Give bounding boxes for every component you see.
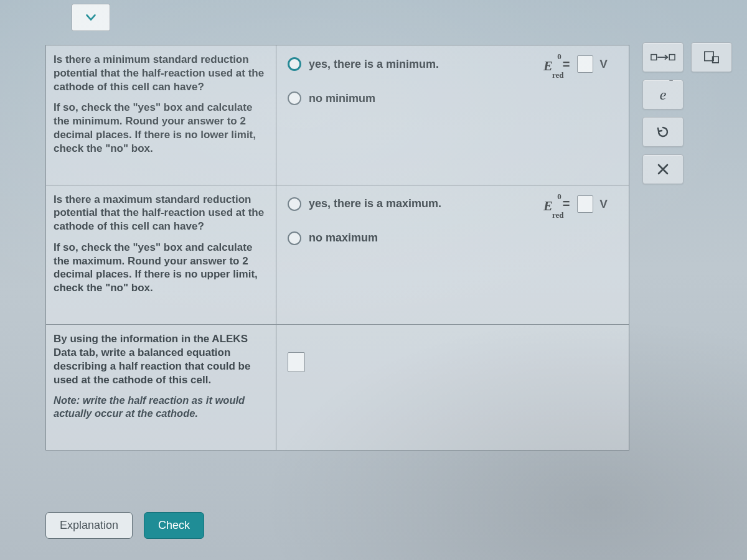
unit-label: V [598, 57, 608, 71]
equals-sign: = [560, 197, 573, 211]
question-cell: Is there a minimum standard reduction po… [46, 45, 276, 185]
radio-no-minimum[interactable] [288, 91, 301, 105]
footer-buttons: Explanation Check [45, 512, 204, 539]
check-button[interactable]: Check [144, 512, 204, 539]
question-row: By using the information in the ALEKS Da… [46, 325, 629, 450]
option-yes-label: yes, there is a minimum. [309, 58, 439, 71]
palette-reset-button[interactable] [642, 117, 684, 147]
explanation-button[interactable]: Explanation [45, 512, 133, 539]
option-yes-row: yes, there is a minimum. E 0 red = V [288, 54, 620, 74]
option-no-label: no minimum [309, 92, 375, 105]
e-red-expression: E 0 red = V [543, 194, 620, 214]
svg-rect-0 [651, 55, 657, 60]
chevron-down-icon [84, 11, 98, 24]
yields-arrow-icon [649, 50, 677, 65]
equation-input[interactable] [288, 352, 305, 372]
electron-icon: e [660, 86, 667, 103]
stacked-box-icon [698, 50, 725, 65]
question-text-sub: If so, check the "yes" box and calculate… [54, 101, 268, 155]
svg-rect-2 [669, 55, 675, 60]
reset-icon [649, 124, 677, 139]
dropdown-toggle[interactable] [72, 4, 110, 31]
question-text-main: By using the information in the ALEKS Da… [54, 332, 268, 386]
value-input-min[interactable] [577, 55, 593, 73]
question-row: Is there a maximum standard reduction po… [46, 185, 629, 325]
option-yes-row: yes, there is a maximum. E 0 red = V [288, 194, 620, 214]
question-text-main: Is there a maximum standard reduction po… [54, 193, 268, 233]
equals-sign: = [560, 57, 573, 72]
palette-stacked-box-button[interactable] [691, 42, 732, 72]
option-no-label: no maximum [309, 231, 378, 245]
question-text-sub: If so, check the "yes" box and calculate… [54, 241, 268, 295]
question-note: Note: write the half reaction as it woul… [54, 394, 268, 420]
question-row: Is there a minimum standard reduction po… [46, 45, 629, 185]
option-no-row: no minimum [288, 91, 620, 105]
radio-yes-minimum[interactable] [288, 57, 301, 71]
value-input-max[interactable] [577, 195, 593, 213]
question-cell: By using the information in the ALEKS Da… [46, 325, 276, 450]
radio-no-maximum[interactable] [288, 231, 301, 245]
palette-yields-button[interactable] [642, 42, 684, 72]
option-no-row: no maximum [288, 231, 620, 245]
E-red-symbol: E 0 red [543, 194, 555, 214]
answer-cell: yes, there is a minimum. E 0 red = V [276, 45, 629, 185]
palette-electron-button[interactable]: e [642, 80, 684, 110]
radio-yes-maximum[interactable] [288, 197, 301, 211]
close-icon [649, 162, 677, 177]
question-panel: Is there a minimum standard reduction po… [45, 45, 629, 450]
E-red-symbol: E 0 red [543, 54, 555, 74]
answer-cell: yes, there is a maximum. E 0 red = V [276, 185, 629, 325]
question-text-main: Is there a minimum standard reduction po… [54, 53, 268, 93]
unit-label: V [598, 197, 608, 211]
tool-palette: e [642, 42, 736, 184]
palette-close-button[interactable] [642, 154, 684, 184]
question-cell: Is there a maximum standard reduction po… [46, 185, 276, 325]
e-red-expression: E 0 red = V [543, 54, 620, 74]
option-yes-label: yes, there is a maximum. [309, 197, 441, 210]
answer-cell [276, 325, 629, 450]
